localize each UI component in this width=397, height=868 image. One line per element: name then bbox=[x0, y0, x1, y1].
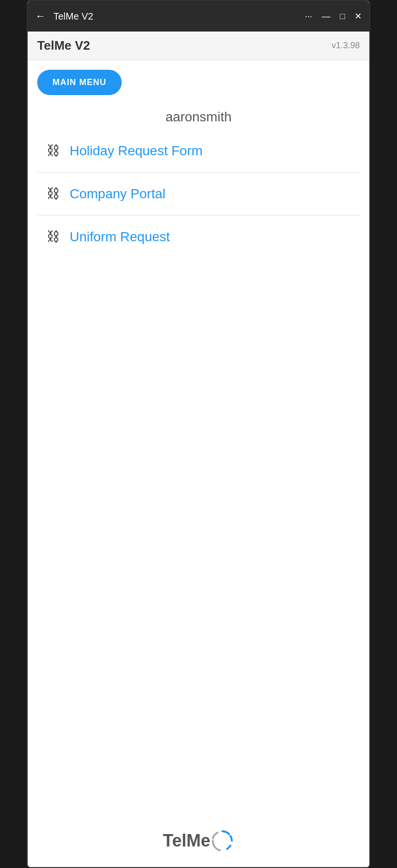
menu-item-label-company-portal: Company Portal bbox=[70, 186, 166, 202]
menu-item-company-portal[interactable]: ⛓ Company Portal bbox=[37, 172, 360, 215]
maximize-button[interactable]: □ bbox=[340, 11, 345, 21]
app-header: TelMe V2 v1.3.98 bbox=[28, 32, 369, 60]
menu-item-label-holiday-request: Holiday Request Form bbox=[70, 143, 203, 159]
username-section: aaronsmith bbox=[28, 100, 369, 129]
app-version: v1.3.98 bbox=[332, 41, 360, 51]
window-controls: ··· — □ ✕ bbox=[305, 11, 362, 21]
username-label: aaronsmith bbox=[166, 109, 232, 124]
main-menu-section: MAIN MENU bbox=[28, 60, 369, 100]
menu-item-label-uniform-request: Uniform Request bbox=[70, 229, 170, 245]
menu-item-holiday-request[interactable]: ⛓ Holiday Request Form bbox=[37, 129, 360, 172]
menu-item-uniform-request[interactable]: ⛓ Uniform Request bbox=[37, 215, 360, 258]
close-button[interactable]: ✕ bbox=[355, 11, 362, 21]
more-options-button[interactable]: ··· bbox=[305, 11, 312, 21]
title-bar: ← TelMe V2 ··· — □ ✕ bbox=[28, 1, 369, 32]
bottom-logo: TelMe bbox=[28, 814, 369, 867]
main-menu-button[interactable]: MAIN MENU bbox=[37, 70, 122, 95]
app-window: ← TelMe V2 ··· — □ ✕ TelMe V2 v1.3.98 MA… bbox=[27, 0, 370, 868]
link-icon: ⛓ bbox=[47, 186, 60, 202]
back-button[interactable]: ← bbox=[35, 10, 46, 22]
link-icon: ⛓ bbox=[47, 229, 60, 245]
minimize-button[interactable]: — bbox=[322, 11, 330, 21]
menu-items-container: ⛓ Holiday Request Form ⛓ Company Portal … bbox=[28, 129, 369, 536]
link-icon: ⛓ bbox=[47, 143, 60, 159]
app-name: TelMe V2 bbox=[37, 38, 90, 53]
spinner-icon bbox=[210, 829, 234, 853]
window-title: TelMe V2 bbox=[53, 11, 305, 22]
logo-text: TelMe bbox=[163, 831, 210, 851]
